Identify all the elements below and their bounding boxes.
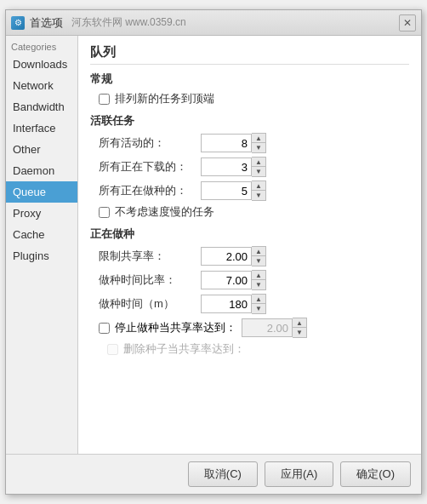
input-seed-time-ratio[interactable] — [201, 271, 252, 289]
spinner-up-downloading[interactable]: ▲ — [252, 158, 265, 167]
app-icon: ⚙ — [11, 16, 25, 30]
spinner-buttons-all-active: ▲ ▼ — [252, 133, 266, 153]
spinner-buttons-downloading: ▲ ▼ — [252, 157, 266, 177]
spinner-down-all-active[interactable]: ▼ — [252, 143, 265, 152]
checkbox-ignore-slow[interactable] — [99, 207, 110, 218]
spinner-seeding-count: ▲ ▼ — [201, 180, 266, 201]
input-downloading[interactable] — [201, 158, 252, 176]
field-row-seed-time-ratio: 做种时间比率： ▲ ▼ — [99, 270, 409, 290]
section-active-header: 活联任务 — [90, 113, 409, 129]
label-seeding: 所有正在做种的： — [99, 183, 201, 198]
input-seed-time[interactable] — [201, 295, 252, 313]
sidebar-item-daemon[interactable]: Daemon — [6, 160, 77, 181]
preferences-window: ⚙ 首选项 河东软件网 www.0359.cn ✕ Categories Dow… — [5, 9, 422, 495]
spinner-downloading: ▲ ▼ — [201, 157, 266, 177]
field-row-share-ratio: 限制共享率： ▲ ▼ — [99, 246, 409, 266]
label-downloading: 所有正在下载的： — [99, 159, 201, 175]
spinner-stop-ratio: ▲ ▼ — [242, 318, 307, 338]
label-stop-seeding: 停止做种当共享率达到： — [115, 320, 236, 335]
section-general-header: 常规 — [90, 72, 409, 87]
checkbox-delete-seed-label: 删除种子当共享率达到： — [123, 341, 245, 357]
sidebar-item-plugins[interactable]: Plugins — [6, 245, 77, 266]
spinner-down-share-ratio[interactable]: ▼ — [252, 256, 265, 266]
sidebar-item-queue[interactable]: Queue — [6, 181, 77, 203]
checkbox-stop-seeding[interactable] — [99, 323, 110, 334]
spinner-down-seed-time[interactable]: ▼ — [252, 304, 265, 313]
spinner-share-ratio: ▲ ▼ — [201, 246, 266, 266]
field-row-downloading: 所有正在下载的： ▲ ▼ — [99, 157, 409, 177]
titlebar: ⚙ 首选项 河东软件网 www.0359.cn ✕ — [6, 10, 421, 36]
spinner-up-seeding-count[interactable]: ▲ — [252, 181, 265, 191]
spinner-seed-time-ratio: ▲ ▼ — [201, 270, 266, 290]
spinner-down-seeding-count[interactable]: ▼ — [252, 191, 265, 200]
sidebar-item-interface[interactable]: Interface — [6, 117, 77, 139]
spinner-buttons-seeding-count: ▲ ▼ — [252, 180, 266, 201]
field-row-seeding: 所有正在做种的： ▲ ▼ — [99, 180, 409, 201]
spinner-up-seed-time[interactable]: ▲ — [252, 295, 265, 304]
sidebar-item-network[interactable]: Network — [6, 75, 77, 96]
sidebar: Categories Downloads Network Bandwidth I… — [6, 36, 78, 454]
spinner-seed-time: ▲ ▼ — [201, 294, 266, 314]
window-title: 首选项 — [30, 15, 63, 31]
spinner-up-stop-ratio[interactable]: ▲ — [293, 318, 306, 328]
sidebar-item-cache[interactable]: Cache — [6, 224, 77, 245]
spinner-buttons-share-ratio: ▲ ▼ — [252, 246, 266, 266]
spinner-down-seed-time-ratio[interactable]: ▼ — [252, 280, 265, 289]
cancel-button[interactable]: 取消(C) — [188, 461, 258, 487]
ok-button[interactable]: 确定(O) — [340, 461, 411, 487]
spinner-down-stop-ratio[interactable]: ▼ — [293, 328, 306, 337]
label-share-ratio: 限制共享率： — [99, 249, 201, 264]
checkbox-delete-seed-row: 删除种子当共享率达到： — [107, 341, 409, 357]
main-panel: 队列 常规 排列新的任务到顶端 活联任务 所有活动的： ▲ ▼ — [78, 36, 421, 454]
input-stop-ratio[interactable] — [242, 318, 293, 337]
checkbox-ignore-slow-label: 不考虑速度慢的任务 — [115, 204, 214, 220]
checkbox-ignore-slow-row: 不考虑速度慢的任务 — [99, 204, 409, 220]
section-seeding-header: 正在做种 — [90, 226, 409, 242]
field-row-stop-seeding: 停止做种当共享率达到： ▲ ▼ — [99, 318, 409, 338]
spinner-buttons-seed-time-ratio: ▲ ▼ — [252, 270, 266, 290]
input-all-active[interactable] — [201, 134, 252, 152]
label-seed-time-ratio: 做种时间比率： — [99, 272, 201, 288]
checkbox-top-queue-label: 排列新的任务到顶端 — [115, 91, 214, 106]
sidebar-item-bandwidth[interactable]: Bandwidth — [6, 96, 77, 117]
label-seed-time: 做种时间（m） — [99, 296, 201, 312]
spinner-up-seed-time-ratio[interactable]: ▲ — [252, 271, 265, 280]
footer: 取消(C) 应用(A) 确定(O) — [6, 454, 421, 494]
checkbox-top-queue-row: 排列新的任务到顶端 — [99, 91, 409, 106]
watermark-text: 河东软件网 www.0359.cn — [71, 15, 186, 30]
sidebar-item-other[interactable]: Other — [6, 139, 77, 160]
field-row-all-active: 所有活动的： ▲ ▼ — [99, 133, 409, 153]
label-all-active: 所有活动的： — [99, 135, 201, 151]
checkbox-delete-seed[interactable] — [107, 344, 118, 355]
close-button[interactable]: ✕ — [399, 14, 416, 32]
stop-seeding-container: 停止做种当共享率达到： ▲ ▼ — [99, 318, 409, 338]
sidebar-item-proxy[interactable]: Proxy — [6, 203, 77, 224]
spinner-buttons-seed-time: ▲ ▼ — [252, 294, 266, 314]
input-seeding-count[interactable] — [201, 181, 252, 200]
spinner-down-downloading[interactable]: ▼ — [252, 167, 265, 176]
panel-title: 队列 — [90, 44, 409, 65]
spinner-all-active: ▲ ▼ — [201, 133, 266, 153]
content-area: Categories Downloads Network Bandwidth I… — [6, 36, 421, 454]
sidebar-section-label: Categories — [6, 39, 77, 54]
spinner-buttons-stop-ratio: ▲ ▼ — [293, 318, 307, 338]
checkbox-top-queue[interactable] — [99, 94, 110, 105]
field-row-seed-time: 做种时间（m） ▲ ▼ — [99, 294, 409, 314]
spinner-up-share-ratio[interactable]: ▲ — [252, 247, 265, 256]
apply-button[interactable]: 应用(A) — [265, 461, 333, 487]
sidebar-item-downloads[interactable]: Downloads — [6, 54, 77, 75]
input-share-ratio[interactable] — [201, 247, 252, 266]
titlebar-left: ⚙ 首选项 河东软件网 www.0359.cn — [11, 15, 186, 31]
spinner-up-all-active[interactable]: ▲ — [252, 134, 265, 143]
